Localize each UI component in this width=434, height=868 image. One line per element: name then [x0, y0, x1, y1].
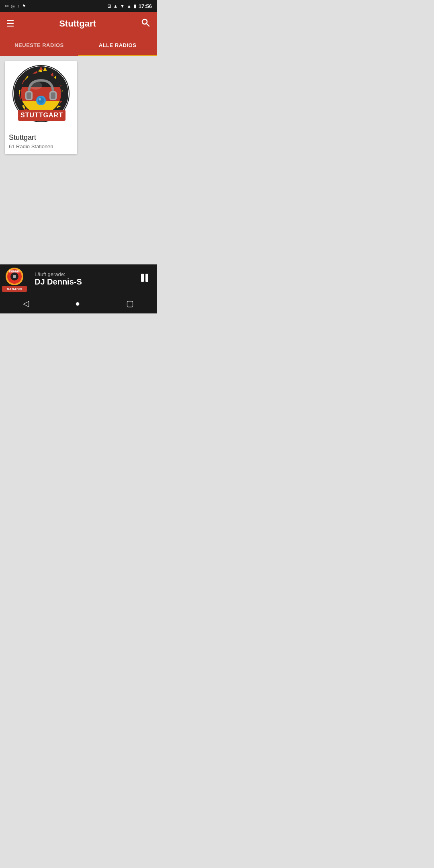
menu-icon[interactable]: ☰: [6, 18, 14, 29]
pause-button[interactable]: [139, 272, 150, 286]
tab-neueste-radios[interactable]: NEUESTE RADIOS: [0, 35, 78, 56]
card-info: Stuttgart 61 Radio Stationen: [5, 129, 77, 154]
svg-rect-42: [51, 92, 55, 99]
svg-text:STUTTGART: STUTTGART: [20, 112, 63, 119]
search-icon[interactable]: [141, 18, 150, 30]
card-title: Stuttgart: [9, 133, 73, 142]
radio-card-image: STUTTGART: [5, 61, 77, 129]
battery-icon: ▮: [134, 4, 136, 9]
svg-line-1: [147, 24, 149, 27]
wifi-icon: ▼: [120, 4, 125, 8]
now-playing-name: DJ Dennis-S: [35, 277, 139, 287]
back-button[interactable]: ◁: [23, 299, 29, 308]
time-display: 17:56: [139, 3, 152, 9]
status-icons-left: ✉ ◎ ♪ ⚑: [5, 4, 26, 9]
now-playing-bar[interactable]: DJ RADIO DENNIS Läuft gerade: DJ Dennis-…: [0, 264, 157, 293]
nav-bar: ◁ ● ▢: [0, 293, 157, 313]
status-right: ⊡ ▲ ▼ ▲ ▮ 17:56: [107, 3, 152, 9]
status-bar: ✉ ◎ ♪ ⚑ ⊡ ▲ ▼ ▲ ▮ 17:56: [0, 0, 157, 12]
music-icon: ♪: [17, 4, 20, 8]
svg-rect-59: [145, 274, 148, 282]
now-playing-logo: DJ RADIO DENNIS: [0, 264, 29, 293]
page-title: Stuttgart: [59, 18, 96, 29]
svg-point-52: [13, 275, 16, 278]
tabs-container: NEUESTE RADIOS ALLE RADIOS: [0, 35, 157, 56]
home-button[interactable]: ●: [75, 299, 80, 308]
svg-rect-58: [141, 274, 144, 282]
card-subtitle: 61 Radio Stationen: [9, 143, 73, 149]
notification-icon: ⚑: [22, 4, 26, 9]
tab-alle-radios[interactable]: ALLE RADIOS: [78, 35, 157, 56]
email-icon: ✉: [5, 4, 8, 9]
svg-rect-40: [27, 92, 31, 99]
svg-text:DENNIS: DENNIS: [9, 270, 20, 273]
signal-icon: ▲: [113, 4, 118, 8]
now-playing-label: Läuft gerade:: [35, 271, 139, 277]
svg-point-45: [39, 98, 41, 100]
svg-point-44: [38, 97, 44, 104]
recent-button[interactable]: ▢: [126, 299, 134, 308]
camera-icon: ◎: [11, 4, 15, 9]
radio-card-stuttgart[interactable]: STUTTGART Stuttgart 61 Radio Stationen: [5, 61, 77, 154]
cast-icon: ⊡: [107, 4, 111, 9]
logo-svg: STUTTGART: [5, 61, 77, 129]
svg-text:DJ RADIO: DJ RADIO: [7, 287, 22, 291]
now-playing-text: Läuft gerade: DJ Dennis-S: [29, 271, 139, 287]
content-area: STUTTGART Stuttgart 61 Radio Stationen: [0, 56, 157, 264]
network-icon: ▲: [127, 4, 131, 8]
toolbar: ☰ Stuttgart: [0, 12, 157, 35]
